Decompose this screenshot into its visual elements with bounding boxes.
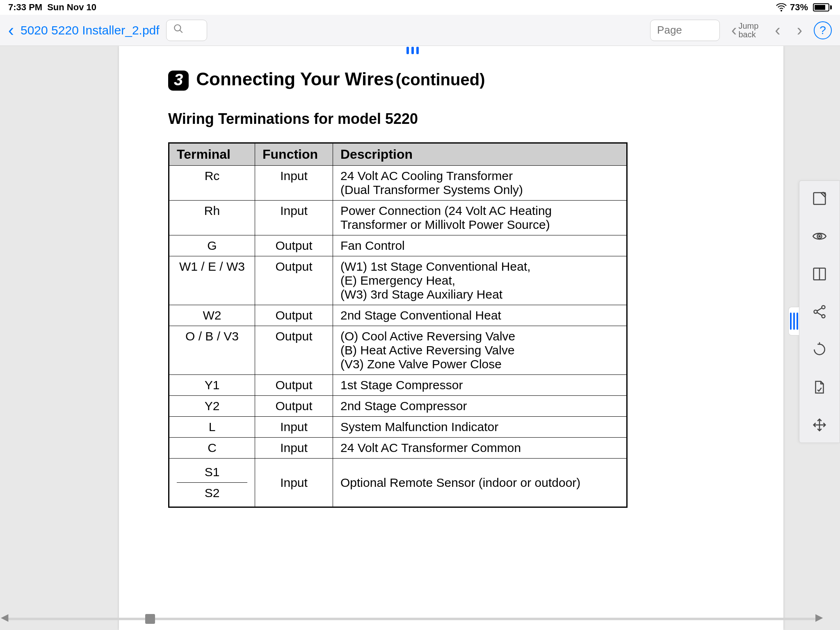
table-row: LInputSystem Malfunction Indicator [169,417,627,438]
annotate-button[interactable] [811,190,828,207]
rotate-button[interactable] [811,341,828,358]
table-row: S1 S2 Input Optional Remote Sensor (indo… [169,459,627,507]
drag-handle[interactable] [399,46,426,55]
section-subheading: Wiring Terminations for model 5220 [168,110,734,128]
table-row: Y2Output2nd Stage Compressor [169,396,627,417]
search-input[interactable] [166,20,207,41]
col-description: Description [333,143,627,166]
pdf-page: 3 Connecting Your Wires (continued) Wiri… [119,46,783,630]
table-row: GOutputFan Control [169,235,627,256]
chevron-left-icon: ‹ [731,21,737,39]
chevron-right-icon: › [797,21,802,39]
app-toolbar: ‹ 5020 5220 Installer_2.pdf ‹ Jump back … [0,15,840,46]
save-button[interactable] [811,379,828,396]
document-title[interactable]: 5020 5220 Installer_2.pdf [21,23,160,37]
col-terminal: Terminal [169,143,255,166]
table-row: O / B / V3Output(O) Cool Active Reversin… [169,326,627,375]
svg-point-0 [781,10,782,11]
prev-page-button[interactable]: ‹ [770,20,785,41]
battery-percentage: 73% [790,2,808,13]
reading-mode-button[interactable] [811,265,828,283]
page-number-input[interactable] [650,20,720,41]
wiring-table: Terminal Function Description RcInput24 … [168,142,628,508]
device-status-bar: 7:33 PM Sun Nov 10 73% [0,0,840,15]
scrollbar-thumb[interactable] [145,614,155,624]
back-button[interactable]: ‹ [8,22,14,39]
document-viewport[interactable]: 3 Connecting Your Wires (continued) Wiri… [0,46,840,630]
terminal-split-cell: S1 S2 [169,459,255,507]
status-time: 7:33 PM [8,2,42,13]
share-button[interactable] [811,303,828,320]
svg-point-1 [174,25,180,31]
table-row: RhInputPower Connection (24 Volt AC Heat… [169,201,627,235]
svg-point-5 [819,235,820,237]
table-row: RcInput24 Volt AC Cooling Transformer (D… [169,166,627,201]
svg-line-2 [180,30,183,33]
tools-side-panel [799,180,840,443]
help-icon: ? [819,24,826,37]
svg-line-11 [817,308,822,311]
table-row: W1 / E / W3Output(W1) 1st Stage Conventi… [169,256,627,305]
section-title: Connecting Your Wires [196,69,394,89]
battery-icon [811,3,832,11]
search-icon [173,23,184,37]
svg-line-12 [817,313,822,316]
horizontal-scrollbar[interactable] [7,618,815,620]
wifi-icon [776,3,787,11]
table-row: Y1Output1st Stage Compressor [169,375,627,396]
scroll-right-arrow[interactable]: ▶ [815,612,823,623]
scroll-left-arrow[interactable]: ◀ [1,612,8,623]
jump-back-button[interactable]: ‹ Jump back [726,20,763,41]
view-settings-button[interactable] [811,228,828,245]
side-panel-toggle[interactable] [788,307,799,336]
section-continued: (continued) [396,71,485,89]
help-button[interactable]: ? [814,21,832,39]
table-row: W2Output2nd Stage Conventional Heat [169,305,627,326]
next-page-button[interactable]: › [792,20,807,41]
jump-back-label: Jump back [738,22,758,39]
move-button[interactable] [811,416,828,434]
svg-rect-3 [814,193,826,205]
section-number-badge: 3 [168,71,189,91]
chevron-left-icon: ‹ [775,21,780,39]
status-date: Sun Nov 10 [47,2,96,13]
table-row: CInput24 Volt AC Transformer Common [169,438,627,459]
col-function: Function [255,143,333,166]
